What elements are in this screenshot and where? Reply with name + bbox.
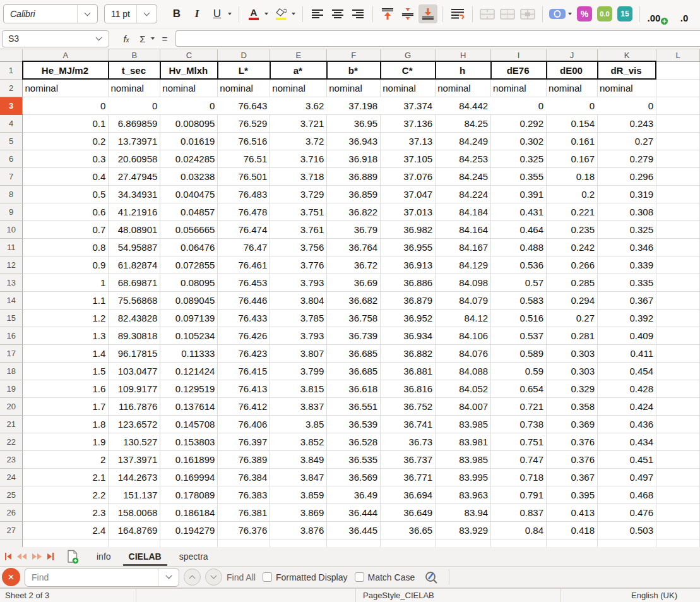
cell-K13[interactable]: 0.335 xyxy=(598,274,656,291)
font-name-value[interactable]: Calibri xyxy=(4,9,77,19)
cell-E13[interactable]: 3.793 xyxy=(270,274,327,291)
row-header-4[interactable]: 4 xyxy=(0,114,23,132)
cell-G9[interactable]: 37.013 xyxy=(381,203,436,220)
cell-B20[interactable]: 116.7876 xyxy=(109,397,160,415)
cell-G25[interactable]: 36.694 xyxy=(381,486,436,503)
row-header-23[interactable]: 23 xyxy=(0,450,23,468)
cell-B18[interactable]: 103.0477 xyxy=(109,362,160,380)
cell-G2[interactable]: nominal xyxy=(381,79,436,97)
cell-J4[interactable]: 0.154 xyxy=(547,114,598,132)
match-case-checkbox[interactable] xyxy=(355,572,364,582)
cell-A21[interactable]: 1.8 xyxy=(23,415,109,433)
find-and-replace-button[interactable] xyxy=(422,568,441,587)
cell-J16[interactable]: 0.281 xyxy=(547,327,598,344)
cell-E27[interactable]: 3.876 xyxy=(270,521,327,539)
row-header-27[interactable]: 27 xyxy=(0,521,23,539)
row-header-10[interactable]: 10 xyxy=(0,220,23,238)
cell-I12[interactable]: 0.536 xyxy=(491,256,547,274)
cell-A23[interactable]: 2 xyxy=(23,450,109,468)
cell-B16[interactable]: 89.30818 xyxy=(109,327,160,344)
cell-G7[interactable]: 37.076 xyxy=(381,167,436,185)
cell-F24[interactable]: 36.569 xyxy=(327,468,381,486)
cell-F27[interactable]: 36.445 xyxy=(327,521,381,539)
cell-B15[interactable]: 82.43828 xyxy=(109,309,160,327)
column-header-K[interactable]: K xyxy=(598,49,656,61)
cell-A18[interactable]: 1.5 xyxy=(23,362,109,380)
cell-E12[interactable]: 3.776 xyxy=(270,256,327,274)
cell-A20[interactable]: 1.7 xyxy=(23,397,109,415)
cell-A24[interactable]: 2.1 xyxy=(23,468,109,486)
cell-E9[interactable]: 3.751 xyxy=(270,203,327,220)
date-format-button[interactable]: 15 xyxy=(615,4,634,23)
cell-A26[interactable]: 2.3 xyxy=(23,503,109,521)
cell-C10[interactable]: 0.056665 xyxy=(160,220,218,238)
cell-B24[interactable]: 144.2673 xyxy=(109,468,160,486)
cell-J8[interactable]: 0.2 xyxy=(547,185,598,203)
cell-K11[interactable]: 0.346 xyxy=(598,238,656,256)
font-name-combobox[interactable]: Calibri xyxy=(3,4,98,23)
cell-K8[interactable]: 0.319 xyxy=(598,185,656,203)
cell-A25[interactable]: 2.2 xyxy=(23,486,109,503)
cell-G24[interactable]: 36.771 xyxy=(381,468,436,486)
cell-F2[interactable]: nominal xyxy=(327,79,381,97)
cell-C6[interactable]: 0.024285 xyxy=(160,150,218,167)
row-header-20[interactable]: 20 xyxy=(0,397,23,415)
cell-G6[interactable]: 37.105 xyxy=(381,150,436,167)
cell-K12[interactable]: 0.339 xyxy=(598,256,656,274)
cell-D1[interactable]: L* xyxy=(218,61,270,79)
cell-C18[interactable]: 0.121424 xyxy=(160,362,218,380)
cell-I20[interactable]: 0.721 xyxy=(491,397,547,415)
cell-B4[interactable]: 6.869859 xyxy=(109,114,160,132)
cell-K10[interactable]: 0.325 xyxy=(598,220,656,238)
cell-A16[interactable]: 1.3 xyxy=(23,327,109,344)
cell-J10[interactable]: 0.235 xyxy=(547,220,598,238)
column-header-G[interactable]: G xyxy=(381,49,436,61)
row-header-11[interactable]: 11 xyxy=(0,238,23,256)
cell-I5[interactable]: 0.302 xyxy=(491,132,547,150)
cell-J5[interactable]: 0.161 xyxy=(547,132,598,150)
cell-A5[interactable]: 0.2 xyxy=(23,132,109,150)
column-header-B[interactable]: B xyxy=(109,49,160,61)
cell-I17[interactable]: 0.589 xyxy=(491,344,547,362)
cell-H3[interactable]: 84.442 xyxy=(436,97,491,114)
row-header-19[interactable]: 19 xyxy=(0,380,23,397)
find-previous-button[interactable] xyxy=(184,569,201,586)
column-header-D[interactable]: D xyxy=(218,49,270,61)
name-box-dropdown[interactable] xyxy=(88,31,109,47)
row-header-7[interactable]: 7 xyxy=(0,167,23,185)
cell-J25[interactable]: 0.395 xyxy=(547,486,598,503)
cell-I15[interactable]: 0.516 xyxy=(491,309,547,327)
row-header-12[interactable]: 12 xyxy=(0,256,23,274)
column-header-E[interactable]: E xyxy=(270,49,327,61)
cell-A14[interactable]: 1.1 xyxy=(23,291,109,309)
align-left-button[interactable] xyxy=(308,4,327,23)
cell-C5[interactable]: 0.01619 xyxy=(160,132,218,150)
cell-H4[interactable]: 84.25 xyxy=(436,114,491,132)
unmerge-cells-button[interactable] xyxy=(518,4,537,23)
autosum-dropdown-caret-icon[interactable] xyxy=(151,37,155,40)
function-wizard-button[interactable]: fx xyxy=(118,30,134,47)
cell-B27[interactable]: 164.8769 xyxy=(109,521,160,539)
cell-K27[interactable]: 0.503 xyxy=(598,521,656,539)
cell-K16[interactable]: 0.409 xyxy=(598,327,656,344)
cell-H9[interactable]: 84.184 xyxy=(436,203,491,220)
cell-L6[interactable] xyxy=(656,150,699,167)
delete-decimal-place-button[interactable]: .0 xyxy=(672,4,697,23)
cell-F1[interactable]: b* xyxy=(327,61,381,79)
cell-E2[interactable]: nominal xyxy=(270,79,327,97)
cell-K18[interactable]: 0.454 xyxy=(598,362,656,380)
cell-E3[interactable]: 3.62 xyxy=(270,97,327,114)
cell-K6[interactable]: 0.279 xyxy=(598,150,656,167)
cell-A6[interactable]: 0.3 xyxy=(23,150,109,167)
cell-F26[interactable]: 36.444 xyxy=(327,503,381,521)
cell-K4[interactable]: 0.243 xyxy=(598,114,656,132)
highlight-color-button[interactable] xyxy=(271,4,290,23)
cell-F19[interactable]: 36.618 xyxy=(327,380,381,397)
cell-E14[interactable]: 3.804 xyxy=(270,291,327,309)
cell-F4[interactable]: 36.95 xyxy=(327,114,381,132)
cell-E26[interactable]: 3.869 xyxy=(270,503,327,521)
cell-L12[interactable] xyxy=(656,256,699,274)
cell-L21[interactable] xyxy=(656,415,699,433)
bold-button[interactable]: B xyxy=(167,4,186,23)
cell-D4[interactable]: 76.529 xyxy=(218,114,270,132)
